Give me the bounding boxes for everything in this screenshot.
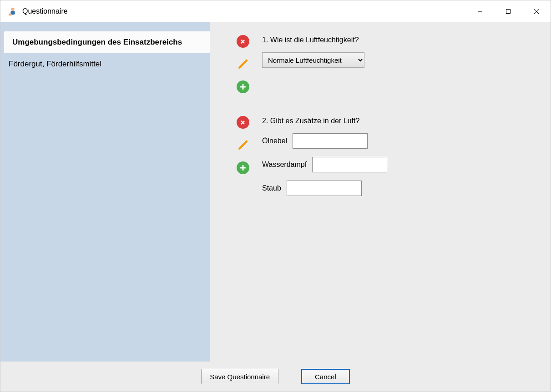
- delete-question-button[interactable]: [237, 116, 249, 129]
- close-window-button[interactable]: [522, 0, 551, 22]
- question-toolbar: [223, 116, 262, 204]
- field-label-wasserdampf: Wasserdampf: [262, 161, 307, 169]
- save-questionnaire-button[interactable]: Save Questionnaire: [201, 369, 278, 384]
- minimize-button[interactable]: [466, 0, 494, 22]
- question-title: 2. Gibt es Zusätze in der Luft?: [262, 117, 537, 125]
- sidebar-item-umgebungsbedingungen[interactable]: Umgebungsbedingungen des Einsatzbereichs: [4, 31, 210, 53]
- add-question-button[interactable]: [237, 80, 249, 93]
- title-bar: Questionnaire: [0, 0, 551, 22]
- category-sidebar: Umgebungsbedingungen des Einsatzbereichs…: [0, 22, 210, 362]
- field-label-staub: Staub: [262, 184, 281, 192]
- add-question-button[interactable]: [237, 161, 249, 174]
- sidebar-item-foerdergut[interactable]: Fördergut, Förderhilfsmittel: [0, 53, 210, 75]
- field-label-oelnebel: Ölnebel: [262, 137, 287, 145]
- sidebar-item-label: Fördergut, Förderhilfsmittel: [9, 60, 101, 68]
- edit-question-button[interactable]: [237, 58, 249, 70]
- oelnebel-input[interactable]: [293, 133, 368, 149]
- question-panel: 1. Wie ist die Luftfeuchtigkeit? Normale…: [210, 22, 551, 362]
- svg-rect-4: [506, 9, 511, 13]
- svg-marker-9: [238, 60, 247, 68]
- question-title: 1. Wie ist die Luftfeuchtigkeit?: [262, 36, 537, 44]
- delete-question-button[interactable]: [237, 35, 249, 48]
- sidebar-item-label: Umgebungsbedingungen des Einsatzbereichs: [12, 38, 182, 46]
- question-row: 2. Gibt es Zusätze in der Luft? Ölnebel …: [223, 116, 537, 204]
- humidity-select[interactable]: Normale Luftfeuchtigkeit: [262, 52, 364, 68]
- question-row: 1. Wie ist die Luftfeuchtigkeit? Normale…: [223, 35, 537, 93]
- wasserdampf-input[interactable]: [312, 157, 387, 172]
- app-icon: [8, 6, 18, 16]
- question-toolbar: [223, 35, 262, 93]
- maximize-button[interactable]: [494, 0, 522, 22]
- cancel-button[interactable]: Cancel: [301, 369, 350, 384]
- svg-rect-2: [9, 13, 11, 15]
- action-bar: Save Questionnaire Cancel: [0, 362, 551, 392]
- edit-question-button[interactable]: [237, 139, 249, 151]
- svg-point-0: [11, 7, 14, 10]
- svg-marker-15: [238, 141, 247, 149]
- staub-input[interactable]: [287, 181, 362, 196]
- window-title: Questionnaire: [22, 7, 68, 15]
